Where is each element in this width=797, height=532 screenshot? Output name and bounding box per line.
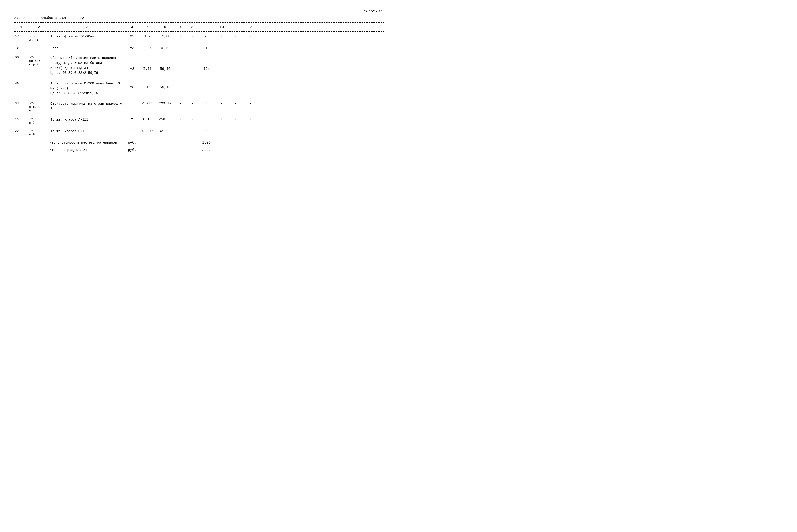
subtotal-local-value: I503: [198, 141, 215, 145]
cell-row32-col5: 0,I5: [139, 117, 156, 122]
cell-row27-col11: -: [229, 34, 243, 39]
table-row: 28 -"- Вода м3 2,9 0,IO - - I - - -: [14, 44, 384, 53]
cell-row29-col3: Сборные ж/б плоские плиты каналов площад…: [50, 55, 125, 76]
cell-row30-col2: -"-: [28, 81, 50, 86]
cell-row30-col6: 59,I6: [156, 81, 174, 90]
cell-row31-col1: 3I: [14, 101, 28, 106]
cell-row33-col2: -"- п.6: [28, 129, 50, 137]
document-code: 294-2-71: [14, 16, 31, 20]
cell-row28-col5: 2,9: [139, 46, 156, 51]
cell-row31-col7: -: [174, 101, 186, 106]
col-header-11: II: [229, 25, 243, 29]
cell-row30-col4: м3: [125, 81, 139, 90]
cell-row31-col3: Стоимость арматуры из стали класса А-I: [50, 101, 125, 111]
cell-row32-col2: -"- п.3: [28, 117, 50, 125]
cell-row32-col6: 250,00: [156, 117, 174, 122]
cell-row31-col4: т: [125, 101, 139, 106]
cell-row28-col1: 28: [14, 46, 28, 51]
cell-row30-col8: -: [186, 81, 198, 90]
subtotal-sec-label: Итого по разделу У:: [50, 148, 125, 153]
page-ref: - 22 -: [75, 16, 88, 20]
cell-row33-col4: т: [125, 129, 139, 134]
cell-row31-col5: 0,024: [139, 101, 156, 106]
table-row: 30 -"- То же, из бетона М-200 площ.более…: [14, 78, 384, 99]
cell-row32-col4: т: [125, 117, 139, 122]
cell-row30-col3: То же, из бетона М-200 площ.более 3 м2 (…: [50, 81, 125, 96]
cell-row31-col9: 6: [198, 101, 215, 106]
table-row: 27 -"- 4-58 То же, фракции IO-20мм м3 I,…: [14, 33, 384, 44]
cell-row30-col5: I: [139, 81, 156, 90]
cell-row32-col12: -: [243, 117, 257, 122]
cell-row29-col7: -: [174, 55, 186, 72]
col-header-9: 9: [198, 25, 215, 29]
cell-row28-col6: 0,IO: [156, 46, 174, 51]
cell-row29-col8: -: [186, 55, 198, 72]
cell-row33-col10: -: [215, 129, 229, 134]
top-divider: [14, 22, 384, 23]
cell-row33-col12: -: [243, 129, 257, 134]
cell-row27-col7: -: [174, 34, 186, 39]
cell-row29-col11: -: [229, 55, 243, 72]
cell-row28-col7: -: [174, 46, 186, 51]
cell-row32-col7: -: [174, 117, 186, 122]
cell-row28-col8: -: [186, 46, 198, 51]
cell-row33-col8: -: [186, 129, 198, 134]
cell-row33-col6: 32I,00: [156, 129, 174, 134]
cell-row29-col2: -"- п8-505 стр.25: [28, 55, 50, 67]
album-ref: Альбом УП.84: [41, 16, 66, 20]
cell-row28-col12: -: [243, 46, 257, 51]
cell-row31-col6: 229,00: [156, 101, 174, 106]
cell-row30-col7: -: [174, 81, 186, 90]
cell-row27-col4: м3: [125, 34, 139, 39]
cell-row29-col12: -: [243, 55, 257, 72]
col-header-4: 4: [125, 25, 139, 29]
cell-row27-col8: -: [186, 34, 198, 39]
cell-row29-col9: IO4: [198, 55, 215, 72]
table-row: 32 -"- п.3 То же, класса А-III т 0,I5 25…: [14, 115, 384, 127]
subtotal-local-label: Итого стоимость местных материалов:: [50, 140, 125, 145]
page-header: 294-2-71 Альбом УП.84 - 22 -: [14, 16, 384, 20]
cell-row30-col11: -: [229, 81, 243, 90]
cell-row29-col5: I,76: [139, 55, 156, 72]
cell-row32-col10: -: [215, 117, 229, 122]
cell-row28-col4: м3: [125, 46, 139, 51]
cell-row27-col9: 20: [198, 34, 215, 39]
cell-row27-col2: -"- 4-58: [28, 34, 50, 43]
cell-row28-col9: I: [198, 46, 215, 51]
cell-row33-col9: 3: [198, 129, 215, 134]
column-headers: 1 2 3 4 5 6 7 8 9 IO II I2: [14, 24, 384, 30]
cell-row33-col1: 33: [14, 129, 28, 134]
cell-row27-col3: То же, фракции IO-20мм: [50, 34, 125, 40]
cell-row32-col8: -: [186, 117, 198, 122]
cell-row31-col10: -: [215, 101, 229, 106]
cell-row33-col5: 0,009: [139, 129, 156, 134]
cell-row33-col11: -: [229, 129, 243, 134]
cell-row30-col1: 30: [14, 81, 28, 86]
cell-row32-col3: То же, класса А-III: [50, 117, 125, 122]
subtotal-sec-value: 2009: [198, 148, 215, 152]
subtotal-section-y: Итого по разделу У: руб. 2009: [14, 147, 384, 153]
table-body: 27 -"- 4-58 То же, фракции IO-20мм м3 I,…: [14, 33, 384, 153]
cell-row31-col2: -"- стр.20 п.I: [28, 101, 50, 113]
cell-row29-col10: -: [215, 55, 229, 72]
cell-row27-col10: -: [215, 34, 229, 39]
col-header-5: 5: [139, 25, 156, 29]
cell-row31-col8: -: [186, 101, 198, 106]
table-row: 29 -"- п8-505 стр.25 Сборные ж/б плоские…: [14, 53, 384, 78]
subtotal-local-materials: Итого стоимость местных материалов: руб.…: [14, 139, 384, 147]
table-row: 3I -"- стр.20 п.I Стоимость арматуры из …: [14, 99, 384, 115]
cell-row31-col12: -: [243, 101, 257, 106]
cell-row30-col12: -: [243, 81, 257, 90]
col-header-10: IO: [215, 25, 229, 29]
cell-row30-col9: 59: [198, 81, 215, 90]
cell-row28-col3: Вода: [50, 46, 125, 52]
cell-row28-col2: -"-: [28, 46, 50, 51]
cell-row29-col4: м3: [125, 55, 139, 72]
col-header-6: 6: [156, 25, 174, 29]
header-divider: [14, 31, 384, 32]
col-header-8: 8: [186, 25, 198, 29]
cell-row28-col11: -: [229, 46, 243, 51]
col-header-12: I2: [243, 25, 257, 29]
cell-row29-col1: 29: [14, 55, 28, 60]
col-header-2: 2: [28, 25, 50, 29]
